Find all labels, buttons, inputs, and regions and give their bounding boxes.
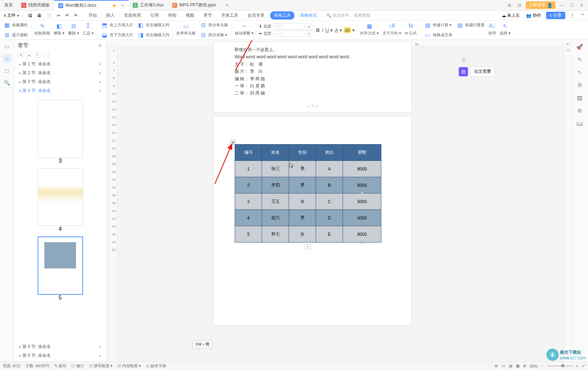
section-item[interactable]: ▸第 3 节: 未命名▾ — [14, 77, 106, 86]
table-row[interactable]: 3王五女C5000 — [235, 194, 381, 210]
highlight-button[interactable]: ab ▾ — [344, 27, 355, 33]
table-cell[interactable]: 4000 — [343, 210, 381, 226]
split-cell-button[interactable]: ⊟拆分单元格 — [198, 21, 229, 30]
collapse-ribbon-icon[interactable]: ⌃ — [579, 13, 586, 18]
rocket-icon[interactable]: 🚀 — [576, 43, 584, 51]
tab-member[interactable]: 会员专享 — [244, 11, 268, 20]
table-cell[interactable]: A — [316, 161, 343, 177]
data-table[interactable]: 编号姓名性别岗位薪资 1张三男A80002李四男B60003王五女C50004赵… — [235, 144, 381, 243]
section-item[interactable]: ▸第 6 节: 未命名▾ — [14, 351, 106, 360]
align-button[interactable]: ▦对齐方式 ▾ — [359, 21, 380, 39]
cursor-icon[interactable]: ↖ — [576, 69, 584, 76]
height-input[interactable] — [282, 23, 304, 30]
eye-icon[interactable]: 👁 — [494, 364, 498, 368]
tab-devtools[interactable]: 开发工具 — [218, 11, 242, 20]
bookmark-marker-icon[interactable]: ◎ — [566, 48, 570, 53]
table-cell[interactable]: 赵六 — [262, 210, 289, 226]
table-cell[interactable]: 李四 — [262, 177, 289, 194]
tab-layout[interactable]: 页面布局 — [120, 11, 145, 20]
settings-icon[interactable]: ⚙ — [576, 81, 584, 89]
resize-handle[interactable] — [361, 192, 363, 194]
tab-table-tools[interactable]: 表格工具 — [270, 11, 294, 20]
table-cell[interactable]: 郑七 — [262, 226, 289, 243]
underline-button[interactable]: U ▾ — [325, 27, 333, 33]
cloud-status[interactable]: ☁ 未上云 — [500, 12, 521, 18]
table-cell[interactable]: 1 — [235, 161, 262, 177]
tab-table-style[interactable]: 表格样式 — [296, 11, 321, 20]
autofit-button[interactable]: ↔自动调整 ▾ — [233, 21, 255, 39]
table-cell[interactable]: E — [316, 226, 343, 243]
tab-view[interactable]: 视图 — [182, 11, 198, 20]
view1-icon[interactable]: ▭ — [502, 364, 505, 368]
close-icon[interactable]: ✕ — [121, 3, 124, 8]
merge-cells-button[interactable]: ▭合并单元格 — [175, 21, 197, 39]
quick-calc-button[interactable]: ▤快速计算 ▾ — [422, 21, 454, 30]
file-menu[interactable]: ≡ 文件▾ — [2, 12, 21, 18]
edit-icon[interactable]: ✎ — [576, 56, 584, 64]
insert-col-right-button[interactable]: ◨在右侧插入列 — [135, 31, 171, 40]
draw-table-button[interactable]: ✎绘制表格 — [33, 21, 51, 39]
expand-icon[interactable]: ⤢ — [582, 364, 585, 368]
preview-icon[interactable]: 📄 — [45, 13, 53, 18]
gear-icon[interactable]: ⚙ — [576, 107, 584, 115]
pill-settings-icon[interactable]: ⚙ — [460, 56, 467, 63]
tab-review[interactable]: 审阅 — [164, 11, 180, 20]
add-row-button[interactable]: + — [304, 244, 311, 249]
tab-section[interactable]: 章节 — [200, 11, 216, 20]
table-cell[interactable]: C — [316, 194, 343, 210]
expand-all-icon[interactable]: ▾ — [18, 52, 23, 58]
table-header[interactable]: 性别 — [289, 145, 316, 161]
repeat-header-button[interactable]: ▤标题行重复 — [454, 21, 486, 30]
table-row[interactable]: 4赵六男D4000 — [235, 210, 381, 226]
zoom-in[interactable]: + — [576, 364, 578, 368]
section-item[interactable]: ▸第 2 节: 未命名▾ — [14, 69, 106, 77]
italic-button[interactable]: I — [322, 27, 323, 33]
page-thumb-active[interactable] — [38, 236, 83, 295]
sort-button[interactable]: A↓排序 — [487, 21, 497, 39]
page-thumb[interactable] — [38, 100, 83, 158]
new-tab-button[interactable]: ＋ — [220, 0, 234, 11]
maximize-icon[interactable]: ☐ — [568, 2, 575, 9]
zoom-fit-icon[interactable]: ⊕ — [523, 364, 526, 368]
eraser-button[interactable]: ◧擦除 ▾ — [52, 21, 66, 39]
section-item-active[interactable]: ▾第 4 节: 未命名▾ — [14, 86, 106, 95]
view3-icon[interactable]: ▦ — [516, 364, 519, 368]
search-icon[interactable]: 🔍 — [3, 78, 11, 87]
tab-start[interactable]: 开始 — [85, 11, 100, 20]
template-tab[interactable]: D找稻壳模板 — [17, 0, 54, 11]
table-header[interactable]: 姓名 — [262, 145, 289, 161]
sheet-tab[interactable]: S工作簿3.xlsx — [129, 0, 168, 11]
document-editor[interactable]: 86422468101214161820222426283032343638 2… — [107, 40, 565, 361]
section-item[interactable]: ▸第 5 节: 未命名▾ — [14, 342, 106, 351]
table-cell[interactable]: 女 — [289, 194, 316, 210]
table-cell[interactable]: 男 — [289, 161, 316, 177]
width-input[interactable] — [282, 31, 304, 37]
outline-icon[interactable]: ▭ — [3, 42, 11, 51]
height-plus[interactable]: + — [306, 23, 312, 30]
remove-section-icon[interactable]: − — [43, 52, 49, 58]
table-props-button[interactable]: ▦表格属性 — [1, 21, 29, 30]
table-cell[interactable]: 王五 — [262, 194, 289, 210]
ppt-tab[interactable]: PWPS PPT教程.pptx — [168, 0, 220, 11]
word-count[interactable]: 字数: 40/2875 — [26, 363, 50, 369]
table-cell[interactable]: 8000 — [343, 161, 381, 177]
book-icon[interactable]: 📖 — [576, 120, 584, 127]
grid3-icon[interactable]: ⊞ — [506, 2, 513, 9]
redo-icon[interactable]: ↷ — [72, 13, 79, 18]
table-cell[interactable]: 2 — [235, 177, 262, 194]
table-cell[interactable]: 男 — [289, 177, 316, 194]
table-resize-handle[interactable] — [360, 241, 363, 244]
print-icon[interactable]: 🖶 — [36, 13, 43, 18]
page-status[interactable]: 页面: 8/12 — [3, 363, 21, 369]
table-row[interactable]: 1张三男A8000 — [235, 161, 381, 177]
vertical-ruler[interactable]: 2246810121416182022242628303234363840424… — [111, 47, 117, 361]
track-toggle[interactable]: ☐ 修订 — [71, 363, 84, 369]
close-window-icon[interactable]: ✕ — [578, 2, 585, 9]
show-gridlines-button[interactable]: ⊞显示虚框 — [1, 31, 29, 40]
bold-button[interactable]: B — [316, 27, 320, 33]
close-nav-icon[interactable]: ✕ — [98, 43, 103, 49]
zoom-slider[interactable] — [547, 365, 573, 366]
table-cell[interactable]: B — [316, 177, 343, 194]
zoom-out[interactable]: − — [541, 364, 543, 368]
word-doc-tab[interactable]: WWord教程2.docx✕ — [54, 0, 129, 11]
